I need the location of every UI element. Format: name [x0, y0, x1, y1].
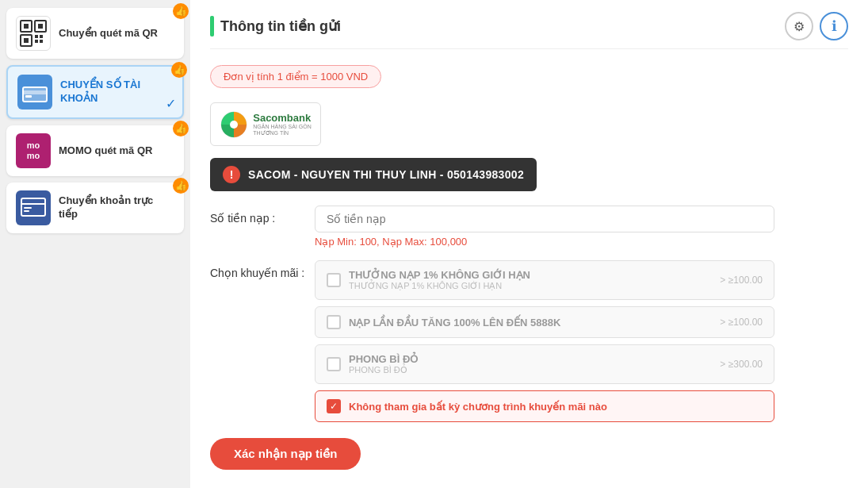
svg-rect-13: [25, 95, 32, 98]
page-title-wrapper: Thông tin tiền gửi: [210, 16, 341, 37]
unit-info-badge: Đơn vị tính 1 điểm = 1000 VND: [210, 65, 381, 88]
sidebar-item-momo[interactable]: momo MOMO quét mã QR 👍: [6, 125, 184, 176]
error-icon: !: [223, 166, 240, 183]
promo-label: Chọn khuyến mãi :: [210, 260, 305, 279]
promo-content-2: NẠP LẦN ĐẦU TĂNG 100% LÊN ĐẾN 5888K: [349, 317, 712, 329]
checkmark-bank: ✓: [166, 96, 176, 111]
svg-rect-16: [24, 207, 32, 209]
promo-title-no-promo: Không tham gia bất kỳ chương trình khuyế…: [349, 401, 763, 413]
promo-row: Chọn khuyến mãi : THƯỞNG NẠP 1% KHÔNG GI…: [210, 260, 848, 422]
settings-icon: ⚙: [793, 19, 805, 34]
amount-input-wrapper: Nạp Min: 100, Nạp Max: 100,000: [315, 206, 774, 248]
momo-icon-wrapper: momo: [16, 133, 51, 168]
amount-label: Số tiền nạp :: [210, 206, 305, 225]
main-content: Thông tin tiền gửi ⚙ ℹ Đơn vị tính 1 điể…: [190, 0, 868, 488]
direct-transfer-icon: [19, 194, 48, 222]
bank-transfer-icon: [21, 78, 49, 106]
svg-rect-3: [38, 24, 43, 29]
sidebar-item-qr-scan-label: Chuyển quét mã QR: [59, 27, 158, 40]
sacombank-logo: Sacombank NGÂN HÀNG SÀI GÒNTHƯƠNG TÍN: [220, 110, 312, 139]
promo-checkbox-3[interactable]: [327, 357, 341, 371]
promo-content-1: THƯỞNG NẠP 1% KHÔNG GIỚI HẠN THƯỞNG NẠP …: [349, 269, 712, 291]
promo-subtitle-1: THƯỞNG NẠP 1% KHÔNG GIỚI HẠN: [349, 281, 712, 291]
promo-checkbox-2[interactable]: [327, 315, 341, 329]
svg-rect-17: [24, 210, 29, 212]
promo-min-2: > ≥100.00: [720, 317, 763, 328]
sacombank-sub: NGÂN HÀNG SÀI GÒNTHƯƠNG TÍN: [253, 124, 312, 137]
badge-bank: 👍: [171, 62, 187, 78]
svg-point-19: [230, 121, 238, 129]
sidebar: Chuyển quét mã QR 👍 CHUYỂN SỐ TÀI KHOẢN …: [0, 0, 190, 488]
promo-item-no-promo[interactable]: ✓ Không tham gia bất kỳ chương trình khu…: [315, 390, 774, 422]
promo-item-1[interactable]: THƯỞNG NẠP 1% KHÔNG GIỚI HẠN THƯỞNG NẠP …: [315, 260, 774, 300]
promo-min-3: > ≥300.00: [720, 359, 763, 370]
amount-row: Số tiền nạp : Nạp Min: 100, Nạp Max: 100…: [210, 206, 848, 248]
badge-momo: 👍: [173, 121, 189, 136]
title-bar: [210, 16, 214, 37]
promo-item-3[interactable]: PHONG BÌ ĐỎ PHONG BÌ ĐỎ > ≥300.00: [315, 344, 774, 384]
sidebar-item-momo-label: MOMO quét mã QR: [59, 144, 152, 158]
svg-rect-12: [23, 90, 47, 94]
svg-rect-5: [24, 38, 29, 43]
sacombank-name: Sacombank: [253, 112, 312, 124]
promo-content-3: PHONG BÌ ĐỎ PHONG BÌ ĐỎ: [349, 353, 712, 375]
badge-direct: 👍: [173, 178, 189, 194]
promo-checkbox-1[interactable]: [327, 273, 341, 287]
bank-icon-wrapper: [17, 75, 52, 110]
submit-button[interactable]: Xác nhận nạp tiền: [210, 438, 361, 470]
header-icons: ⚙ ℹ: [785, 12, 848, 40]
submit-section: Xác nhận nạp tiền: [210, 438, 848, 470]
promo-title-1: THƯỞNG NẠP 1% KHÔNG GIỚI HẠN: [349, 269, 712, 281]
promo-title-2: NẠP LẦN ĐẦU TĂNG 100% LÊN ĐẾN 5888K: [349, 317, 712, 329]
sidebar-item-bank-label: CHUYỂN SỐ TÀI KHOẢN: [60, 79, 173, 106]
svg-rect-6: [35, 35, 38, 38]
amount-input[interactable]: [315, 206, 774, 232]
sidebar-item-direct[interactable]: Chuyển khoản trực tiếp 👍: [6, 183, 184, 233]
page-header: Thông tin tiền gửi ⚙ ℹ: [210, 12, 848, 49]
page-title: Thông tin tiền gửi: [220, 17, 341, 35]
svg-rect-1: [24, 24, 29, 29]
info-icon: ℹ: [832, 17, 837, 35]
promo-min-1: > ≥100.00: [720, 275, 763, 286]
svg-rect-9: [40, 40, 43, 43]
info-button[interactable]: ℹ: [820, 12, 848, 40]
promo-subtitle-3: PHONG BÌ ĐỎ: [349, 365, 712, 375]
unit-info-text: Đơn vị tính 1 điểm = 1000 VND: [224, 71, 368, 83]
sidebar-item-qr-scan[interactable]: Chuyển quét mã QR 👍: [6, 8, 184, 59]
settings-button[interactable]: ⚙: [785, 12, 813, 40]
promo-checkbox-no-promo[interactable]: ✓: [327, 399, 341, 413]
account-text: SACOM - NGUYEN THI THUY LINH - 050143983…: [248, 168, 524, 181]
bank-logo[interactable]: Sacombank NGÂN HÀNG SÀI GÒNTHƯƠNG TÍN: [210, 102, 321, 146]
sidebar-item-direct-label: Chuyển khoản trực tiếp: [59, 194, 174, 221]
sidebar-item-bank-transfer[interactable]: CHUYỂN SỐ TÀI KHOẢN 👍 ✓: [6, 65, 184, 119]
account-banner: ! SACOM - NGUYEN THI THUY LINH - 0501439…: [210, 158, 537, 191]
promo-content-no-promo: Không tham gia bất kỳ chương trình khuyế…: [349, 401, 763, 413]
direct-icon-wrapper: [16, 190, 51, 225]
promo-list: THƯỞNG NẠP 1% KHÔNG GIỚI HẠN THƯỞNG NẠP …: [315, 260, 774, 422]
sacombank-text: Sacombank NGÂN HÀNG SÀI GÒNTHƯƠNG TÍN: [253, 112, 312, 137]
svg-rect-7: [40, 35, 43, 38]
sacombank-logo-icon: [220, 110, 248, 139]
amount-hint: Nạp Min: 100, Nạp Max: 100,000: [315, 236, 774, 248]
svg-rect-8: [35, 40, 38, 43]
promo-title-3: PHONG BÌ ĐỎ: [349, 353, 712, 365]
qr-icon-wrapper: [16, 16, 51, 51]
badge-qr: 👍: [173, 3, 189, 19]
promo-item-2[interactable]: NẠP LẦN ĐẦU TĂNG 100% LÊN ĐẾN 5888K > ≥1…: [315, 306, 774, 338]
qr-code-icon: [19, 19, 48, 48]
